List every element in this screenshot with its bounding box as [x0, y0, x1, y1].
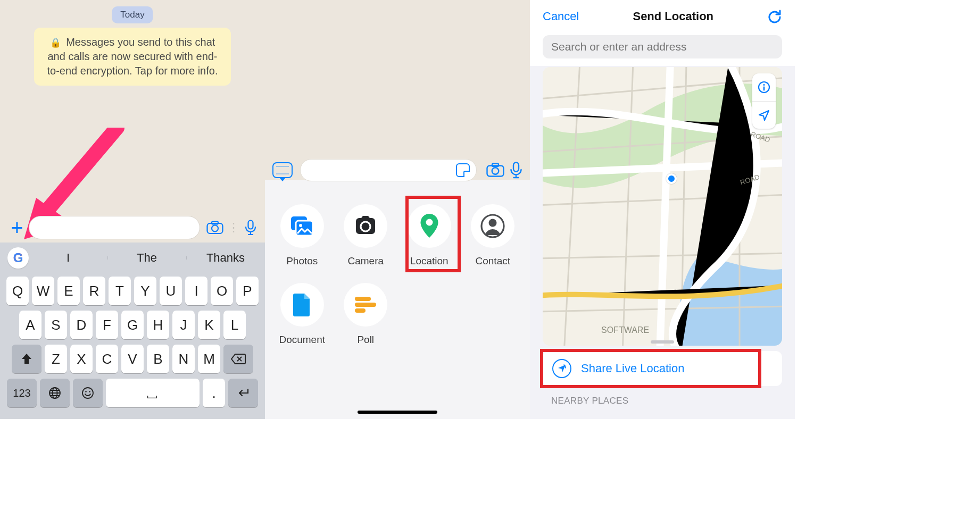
- key-w[interactable]: W: [32, 277, 54, 305]
- key-n[interactable]: N: [172, 345, 195, 373]
- camera-icon[interactable]: [206, 221, 223, 235]
- key-d[interactable]: D: [70, 311, 93, 339]
- microphone-icon[interactable]: [245, 220, 256, 236]
- document-icon: [280, 283, 324, 327]
- key-b[interactable]: B: [147, 345, 169, 373]
- key-h[interactable]: H: [147, 311, 169, 339]
- keyboard-rows: Q W E R T Y U I O P A S D F G H J K L: [0, 273, 265, 419]
- svg-point-9: [89, 391, 90, 392]
- share-live-location-label: Share Live Location: [581, 362, 684, 375]
- svg-point-29: [763, 84, 765, 86]
- key-u[interactable]: U: [160, 277, 182, 305]
- attach-plus-button[interactable]: +: [5, 216, 29, 240]
- contact-icon: [471, 204, 514, 248]
- keyboard-row-2: A S D F G H J K L: [2, 311, 263, 339]
- key-e[interactable]: E: [57, 277, 80, 305]
- attach-poll[interactable]: Poll: [334, 279, 398, 357]
- key-s[interactable]: S: [45, 311, 67, 339]
- map-view[interactable]: SOFTWARE ROAD ROAD: [543, 67, 782, 346]
- attach-document[interactable]: Document: [270, 279, 334, 357]
- location-pin-icon: [408, 204, 451, 248]
- keyboard-row-3: Z X C V B N M: [2, 345, 263, 373]
- message-input-bar: + ⋮: [0, 212, 265, 244]
- map-recenter-button[interactable]: [752, 101, 776, 129]
- photos-icon: [280, 204, 324, 248]
- svg-point-20: [489, 219, 497, 227]
- panel-attachment-menu: Photos Camera Location Contact Document: [265, 0, 530, 419]
- live-location-icon: [552, 359, 571, 378]
- panel-send-location: Cancel Send Location SOFTWA: [530, 0, 795, 419]
- svg-point-8: [85, 391, 87, 392]
- globe-key[interactable]: [40, 379, 70, 407]
- attach-poll-label: Poll: [357, 334, 374, 346]
- nav-bar: Cancel Send Location: [530, 0, 795, 30]
- encryption-notice[interactable]: 🔒 Messages you send to this chat and cal…: [34, 28, 231, 86]
- attach-document-label: Document: [279, 334, 325, 346]
- separator-dots: ⋮: [228, 221, 239, 235]
- attach-contact[interactable]: Contact: [461, 200, 525, 279]
- svg-rect-4: [248, 221, 253, 229]
- backspace-key[interactable]: [223, 345, 253, 373]
- panel-chat: Today 🔒 Messages you send to this chat a…: [0, 0, 265, 419]
- svg-point-2: [212, 225, 218, 232]
- return-key[interactable]: [228, 379, 258, 407]
- user-location-dot: [666, 173, 677, 184]
- key-c[interactable]: C: [96, 345, 118, 373]
- attach-location[interactable]: Location: [397, 200, 461, 279]
- key-j[interactable]: J: [172, 311, 195, 339]
- key-x[interactable]: X: [70, 345, 93, 373]
- share-live-location-row[interactable]: Share Live Location: [543, 351, 782, 386]
- map-info-button[interactable]: [752, 73, 776, 101]
- svg-point-16: [299, 224, 302, 227]
- svg-rect-23: [355, 308, 366, 313]
- svg-text:SOFTWARE: SOFTWARE: [601, 325, 649, 335]
- emoji-key[interactable]: [73, 379, 103, 407]
- svg-point-11: [492, 168, 499, 174]
- google-icon[interactable]: G: [7, 247, 29, 269]
- key-t[interactable]: T: [109, 277, 131, 305]
- svg-rect-21: [355, 297, 371, 301]
- svg-rect-13: [513, 163, 519, 172]
- sticker-icon[interactable]: [456, 163, 470, 177]
- attach-photos[interactable]: Photos: [270, 200, 334, 279]
- suggestion-2[interactable]: The: [107, 251, 186, 265]
- camera-icon[interactable]: [486, 163, 504, 178]
- message-input[interactable]: [300, 159, 477, 181]
- svg-rect-30: [763, 87, 765, 91]
- key-p[interactable]: P: [236, 277, 259, 305]
- encryption-text: Messages you send to this chat and calls…: [47, 36, 218, 77]
- period-key[interactable]: .: [203, 379, 225, 407]
- chat-background-collapsed: [265, 0, 530, 180]
- key-i[interactable]: I: [185, 277, 207, 305]
- key-o[interactable]: O: [211, 277, 233, 305]
- numbers-key[interactable]: 123: [7, 379, 37, 407]
- cancel-button[interactable]: Cancel: [543, 10, 579, 23]
- shift-key[interactable]: [12, 345, 41, 373]
- key-r[interactable]: R: [83, 277, 105, 305]
- attach-camera[interactable]: Camera: [334, 200, 398, 279]
- suggestion-1[interactable]: I: [29, 251, 107, 265]
- message-input-bar-collapsed: [265, 156, 530, 184]
- location-search-input[interactable]: [543, 35, 782, 58]
- ios-keyboard: G I The Thanks Q W E R T Y U I O P A S D: [0, 243, 265, 419]
- refresh-icon[interactable]: [767, 9, 782, 24]
- key-k[interactable]: K: [198, 311, 220, 339]
- keyboard-toggle-icon[interactable]: [272, 162, 293, 178]
- key-a[interactable]: A: [19, 311, 41, 339]
- message-input[interactable]: [29, 216, 200, 239]
- space-key[interactable]: ⎵: [106, 379, 200, 407]
- camera-fill-icon: [344, 204, 387, 248]
- key-f[interactable]: F: [96, 311, 118, 339]
- key-z[interactable]: Z: [45, 345, 67, 373]
- key-m[interactable]: M: [198, 345, 220, 373]
- key-q[interactable]: Q: [6, 277, 29, 305]
- poll-icon: [344, 283, 387, 327]
- sheet-handle[interactable]: [651, 340, 674, 344]
- key-g[interactable]: G: [121, 311, 144, 339]
- microphone-icon[interactable]: [510, 162, 522, 179]
- svg-point-18: [426, 219, 433, 226]
- suggestion-3[interactable]: Thanks: [186, 251, 265, 265]
- key-v[interactable]: V: [121, 345, 144, 373]
- key-y[interactable]: Y: [134, 277, 156, 305]
- key-l[interactable]: L: [223, 311, 246, 339]
